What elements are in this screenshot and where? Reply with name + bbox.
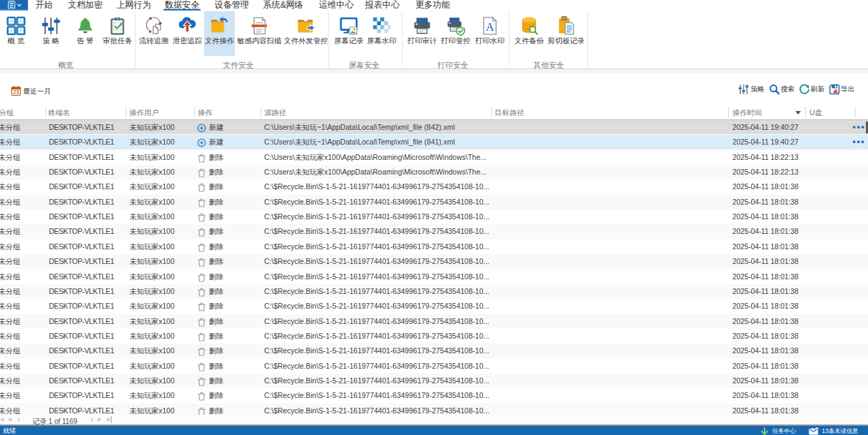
svg-text:A: A [486,21,494,33]
svg-text:23: 23 [13,89,19,95]
